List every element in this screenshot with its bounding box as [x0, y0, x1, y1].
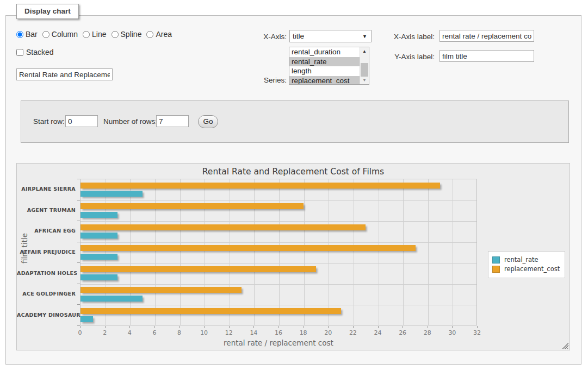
x-axis-label-label: X-Axis label:	[386, 33, 435, 41]
series-select-label: Series:	[239, 76, 287, 84]
stacked-label: Stacked	[26, 48, 54, 57]
page: { "form": { "fieldset_legend": "Display …	[0, 0, 588, 370]
x-axis-select-label: X-Axis:	[239, 33, 287, 41]
chart-type-label: Bar	[26, 30, 38, 39]
y-tick-mark	[77, 242, 80, 242]
chart-type-option-line: Line	[83, 30, 106, 39]
gridline-vertical	[428, 179, 429, 325]
y-tick-label: ACE GOLDFINGER	[17, 291, 76, 297]
chart-type-label: Line	[92, 30, 106, 39]
chart-type-radio-column[interactable]	[42, 31, 49, 38]
bar-rental_rate-agent-truman	[81, 212, 117, 218]
x-tick-mark	[253, 326, 254, 328]
x-tick-mark	[229, 326, 230, 328]
bar-replacement_cost-academy-dinosaur	[81, 308, 341, 314]
chart-title: Rental Rate and Replacement Cost of Film…	[17, 167, 570, 177]
x-tick-mark	[105, 326, 106, 328]
x-tick-label: 2	[95, 329, 115, 336]
stacked-checkbox-row: Stacked	[16, 48, 54, 57]
x-tick-mark	[328, 326, 329, 328]
series-scrollbar[interactable]: ▲ ▼	[360, 47, 369, 84]
y-tick-label: AGENT TRUMAN	[17, 207, 76, 213]
y-tick-label: AFRICAN EGG	[17, 228, 76, 234]
chart-type-option-area: Area	[146, 30, 172, 39]
gridline-horizontal	[81, 200, 476, 201]
go-button[interactable]: Go	[198, 115, 218, 128]
x-tick-label: 4	[120, 329, 139, 336]
chart-resize-handle-icon[interactable]	[562, 342, 568, 349]
scrollbar-down-icon[interactable]: ▼	[360, 76, 369, 84]
y-tick-mark	[77, 262, 80, 263]
x-tick-mark	[304, 326, 304, 328]
x-axis-title: rental rate / replacement cost	[80, 338, 477, 347]
x-axis-selected-value: title	[293, 32, 304, 40]
chart-type-radio-group: BarColumnLineSplineArea	[16, 30, 177, 39]
select-dropdown-arrow-icon: ▼	[362, 31, 367, 42]
x-axis-select[interactable]: title ▼	[289, 30, 372, 42]
series-option-rental_rate[interactable]: rental_rate	[289, 57, 369, 67]
bar-replacement_cost-agent-truman	[81, 203, 304, 209]
legend-label: replacement_cost	[504, 265, 560, 273]
gridline-vertical	[155, 179, 156, 325]
gridline-vertical	[329, 179, 329, 325]
y-tick-mark	[77, 221, 80, 221]
x-axis-label-input[interactable]	[440, 30, 534, 42]
chart-type-option-spline: Spline	[112, 30, 142, 39]
bar-rental_rate-affair-prejudice	[81, 254, 117, 260]
x-tick-mark	[353, 326, 354, 328]
chart-type-radio-line[interactable]	[83, 31, 90, 38]
gridline-vertical	[379, 179, 379, 325]
gridline-horizontal	[81, 263, 476, 264]
x-tick-label: 6	[145, 329, 164, 336]
number-of-rows-input[interactable]	[156, 115, 189, 127]
chart-title-input[interactable]	[16, 68, 113, 80]
gridline-horizontal	[81, 284, 476, 285]
x-tick-label: 26	[393, 329, 412, 336]
bar-replacement_cost-affair-prejudice	[81, 245, 416, 251]
gridline-horizontal	[81, 221, 476, 222]
x-tick-mark	[278, 326, 279, 328]
gridline-vertical	[205, 179, 205, 325]
x-tick-mark	[477, 326, 478, 328]
y-tick-mark	[77, 179, 80, 179]
chart-type-radio-spline[interactable]	[112, 31, 119, 38]
scrollbar-up-icon[interactable]: ▲	[360, 47, 369, 55]
y-tick-label: ACADEMY DINOSAUR	[17, 312, 76, 318]
y-tick-label: AIRPLANE SIERRA	[17, 186, 76, 192]
gridline-vertical	[230, 179, 230, 325]
scrollbar-thumb[interactable]	[361, 63, 368, 77]
start-row-input[interactable]	[65, 115, 98, 127]
x-tick-label: 18	[294, 329, 313, 336]
legend-entry-rental_rate: rental_rate	[492, 256, 560, 264]
x-tick-mark	[129, 326, 130, 328]
y-axis-label-input[interactable]	[440, 50, 534, 62]
number-of-rows-label: Number of rows:	[103, 117, 157, 126]
gridline-vertical	[130, 179, 131, 325]
bar-rental_rate-african-egg	[81, 233, 117, 239]
chart-type-radio-bar[interactable]	[16, 31, 23, 38]
x-tick-mark	[80, 326, 81, 328]
gridline-vertical	[180, 179, 181, 325]
y-axis-label-label: Y-Axis label:	[386, 53, 435, 61]
gridline-vertical	[106, 179, 106, 325]
y-tick-mark	[77, 284, 80, 284]
series-option-replacement_cost[interactable]: replacement_cost	[289, 76, 369, 85]
x-tick-label: 12	[219, 329, 239, 336]
series-multiselect[interactable]: rental_durationrental_ratelengthreplacem…	[289, 47, 369, 85]
chart-type-radio-area[interactable]	[146, 31, 153, 38]
bar-rental_rate-ace-goldfinger	[81, 296, 143, 302]
series-option-rental_duration[interactable]: rental_duration	[289, 47, 369, 57]
stacked-checkbox[interactable]	[16, 49, 23, 56]
fieldset-legend: Display chart	[16, 4, 79, 19]
bar-replacement_cost-ace-goldfinger	[81, 287, 242, 293]
chart-container: Rental Rate and Replacement Cost of Film…	[16, 163, 570, 350]
legend-label: rental_rate	[504, 256, 539, 264]
bar-replacement_cost-airplane-sierra	[81, 183, 440, 189]
gridline-vertical	[304, 179, 305, 325]
y-tick-mark	[77, 325, 80, 326]
chart-type-label: Spline	[121, 30, 142, 39]
gridline-horizontal	[81, 305, 476, 305]
series-option-length[interactable]: length	[289, 66, 369, 76]
chart-type-label: Area	[156, 30, 172, 39]
x-tick-label: 0	[70, 329, 90, 336]
